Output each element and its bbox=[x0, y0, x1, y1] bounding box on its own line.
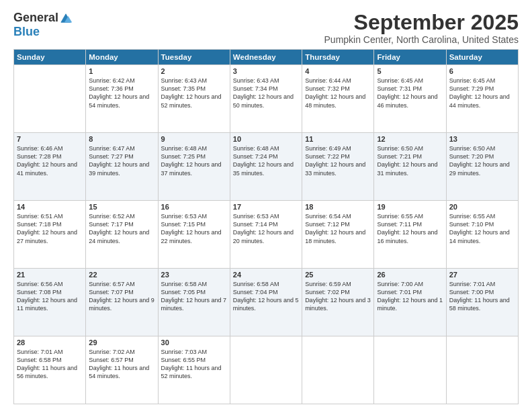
day-number: 10 bbox=[233, 135, 299, 143]
day-number: 16 bbox=[161, 203, 227, 211]
location: Pumpkin Center, North Carolina, United S… bbox=[324, 34, 519, 45]
day-number: 24 bbox=[233, 271, 299, 279]
cell-details: Sunrise: 6:55 AMSunset: 7:10 PMDaylight:… bbox=[449, 212, 515, 245]
day-header-wednesday: Wednesday bbox=[230, 50, 302, 65]
calendar-cell: 19Sunrise: 6:55 AMSunset: 7:11 PMDayligh… bbox=[374, 201, 446, 269]
logo: General Blue bbox=[13, 11, 72, 39]
day-number: 15 bbox=[89, 203, 154, 211]
calendar-week-2: 7Sunrise: 6:46 AMSunset: 7:28 PMDaylight… bbox=[14, 133, 519, 201]
cell-details: Sunrise: 6:48 AMSunset: 7:25 PMDaylight:… bbox=[161, 144, 227, 177]
day-number: 17 bbox=[233, 203, 299, 211]
calendar-cell bbox=[230, 336, 302, 404]
calendar-cell: 14Sunrise: 6:51 AMSunset: 7:18 PMDayligh… bbox=[14, 201, 86, 269]
cell-details: Sunrise: 7:00 AMSunset: 7:01 PMDaylight:… bbox=[377, 280, 443, 313]
calendar-cell: 21Sunrise: 6:56 AMSunset: 7:08 PMDayligh… bbox=[14, 269, 86, 336]
cell-details: Sunrise: 6:56 AMSunset: 7:08 PMDaylight:… bbox=[17, 280, 83, 313]
calendar-week-3: 14Sunrise: 6:51 AMSunset: 7:18 PMDayligh… bbox=[14, 201, 519, 269]
cell-details: Sunrise: 6:57 AMSunset: 7:07 PMDaylight:… bbox=[89, 280, 154, 313]
calendar-cell: 25Sunrise: 6:59 AMSunset: 7:02 PMDayligh… bbox=[302, 269, 374, 336]
day-number: 13 bbox=[449, 135, 515, 143]
cell-details: Sunrise: 6:53 AMSunset: 7:15 PMDaylight:… bbox=[161, 212, 227, 245]
calendar-cell: 6Sunrise: 6:45 AMSunset: 7:29 PMDaylight… bbox=[446, 65, 518, 133]
logo-general-text: General bbox=[13, 11, 58, 25]
calendar-cell: 26Sunrise: 7:00 AMSunset: 7:01 PMDayligh… bbox=[374, 269, 446, 336]
day-number: 8 bbox=[89, 135, 154, 143]
calendar-cell: 13Sunrise: 6:50 AMSunset: 7:20 PMDayligh… bbox=[446, 133, 518, 201]
cell-details: Sunrise: 7:01 AMSunset: 7:00 PMDaylight:… bbox=[449, 280, 515, 313]
day-number: 2 bbox=[161, 67, 227, 75]
cell-details: Sunrise: 6:49 AMSunset: 7:22 PMDaylight:… bbox=[305, 144, 371, 177]
day-number: 29 bbox=[89, 338, 154, 347]
cell-details: Sunrise: 6:46 AMSunset: 7:28 PMDaylight:… bbox=[17, 144, 83, 177]
calendar-cell: 24Sunrise: 6:58 AMSunset: 7:04 PMDayligh… bbox=[230, 269, 302, 336]
header: General Blue September 2025 Pumpkin Cent… bbox=[13, 11, 519, 45]
day-number: 9 bbox=[161, 135, 227, 143]
cell-details: Sunrise: 6:52 AMSunset: 7:17 PMDaylight:… bbox=[89, 212, 154, 245]
calendar-cell: 7Sunrise: 6:46 AMSunset: 7:28 PMDaylight… bbox=[14, 133, 86, 201]
day-number: 12 bbox=[377, 135, 443, 143]
cell-details: Sunrise: 6:45 AMSunset: 7:29 PMDaylight:… bbox=[449, 77, 515, 109]
page: General Blue September 2025 Pumpkin Cent… bbox=[0, 0, 532, 411]
day-number: 21 bbox=[17, 271, 83, 279]
calendar-cell: 4Sunrise: 6:44 AMSunset: 7:32 PMDaylight… bbox=[302, 65, 374, 133]
calendar-cell: 27Sunrise: 7:01 AMSunset: 7:00 PMDayligh… bbox=[446, 269, 518, 336]
cell-details: Sunrise: 6:43 AMSunset: 7:35 PMDaylight:… bbox=[161, 77, 227, 109]
logo-blue-text: Blue bbox=[13, 25, 40, 39]
calendar-cell: 12Sunrise: 6:50 AMSunset: 7:21 PMDayligh… bbox=[374, 133, 446, 201]
calendar-cell bbox=[14, 65, 86, 133]
day-number: 25 bbox=[305, 271, 371, 279]
day-header-saturday: Saturday bbox=[446, 50, 518, 65]
cell-details: Sunrise: 6:42 AMSunset: 7:36 PMDaylight:… bbox=[89, 77, 154, 109]
day-number: 30 bbox=[161, 338, 227, 347]
cell-details: Sunrise: 6:48 AMSunset: 7:24 PMDaylight:… bbox=[233, 144, 299, 177]
day-number: 5 bbox=[377, 67, 443, 75]
cell-details: Sunrise: 6:51 AMSunset: 7:18 PMDaylight:… bbox=[17, 212, 83, 245]
day-number: 6 bbox=[449, 67, 515, 75]
logo-icon bbox=[60, 13, 72, 24]
cell-details: Sunrise: 6:55 AMSunset: 7:11 PMDaylight:… bbox=[377, 212, 443, 245]
calendar-cell: 10Sunrise: 6:48 AMSunset: 7:24 PMDayligh… bbox=[230, 133, 302, 201]
cell-details: Sunrise: 6:50 AMSunset: 7:21 PMDaylight:… bbox=[377, 144, 443, 177]
cell-details: Sunrise: 6:53 AMSunset: 7:14 PMDaylight:… bbox=[233, 212, 299, 245]
day-number: 27 bbox=[449, 271, 515, 279]
cell-details: Sunrise: 7:01 AMSunset: 6:58 PMDaylight:… bbox=[17, 348, 83, 381]
day-header-monday: Monday bbox=[86, 50, 158, 65]
day-header-tuesday: Tuesday bbox=[158, 50, 230, 65]
cell-details: Sunrise: 7:03 AMSunset: 6:55 PMDaylight:… bbox=[161, 348, 227, 381]
cell-details: Sunrise: 6:43 AMSunset: 7:34 PMDaylight:… bbox=[233, 77, 299, 109]
calendar-cell: 3Sunrise: 6:43 AMSunset: 7:34 PMDaylight… bbox=[230, 65, 302, 133]
day-number: 18 bbox=[305, 203, 371, 211]
calendar-cell bbox=[302, 336, 374, 404]
calendar-cell: 29Sunrise: 7:02 AMSunset: 6:57 PMDayligh… bbox=[86, 336, 158, 404]
day-number: 23 bbox=[161, 271, 227, 279]
calendar-week-1: 1Sunrise: 6:42 AMSunset: 7:36 PMDaylight… bbox=[14, 65, 519, 133]
day-number: 20 bbox=[449, 203, 515, 211]
calendar-cell: 23Sunrise: 6:58 AMSunset: 7:05 PMDayligh… bbox=[158, 269, 230, 336]
calendar-cell: 5Sunrise: 6:45 AMSunset: 7:31 PMDaylight… bbox=[374, 65, 446, 133]
calendar-cell: 11Sunrise: 6:49 AMSunset: 7:22 PMDayligh… bbox=[302, 133, 374, 201]
calendar-header-row: SundayMondayTuesdayWednesdayThursdayFrid… bbox=[14, 50, 519, 65]
calendar-cell: 17Sunrise: 6:53 AMSunset: 7:14 PMDayligh… bbox=[230, 201, 302, 269]
cell-details: Sunrise: 6:44 AMSunset: 7:32 PMDaylight:… bbox=[305, 77, 371, 109]
day-number: 19 bbox=[377, 203, 443, 211]
calendar-cell bbox=[446, 336, 518, 404]
cell-details: Sunrise: 6:47 AMSunset: 7:27 PMDaylight:… bbox=[89, 144, 154, 177]
day-number: 22 bbox=[89, 271, 154, 279]
cell-details: Sunrise: 6:58 AMSunset: 7:05 PMDaylight:… bbox=[161, 280, 227, 313]
calendar-cell: 20Sunrise: 6:55 AMSunset: 7:10 PMDayligh… bbox=[446, 201, 518, 269]
day-header-thursday: Thursday bbox=[302, 50, 374, 65]
cell-details: Sunrise: 6:54 AMSunset: 7:12 PMDaylight:… bbox=[305, 212, 371, 245]
cell-details: Sunrise: 6:50 AMSunset: 7:20 PMDaylight:… bbox=[449, 144, 515, 177]
day-header-friday: Friday bbox=[374, 50, 446, 65]
month-title: September 2025 bbox=[324, 11, 519, 34]
day-number: 11 bbox=[305, 135, 371, 143]
calendar-cell: 1Sunrise: 6:42 AMSunset: 7:36 PMDaylight… bbox=[86, 65, 158, 133]
title-section: September 2025 Pumpkin Center, North Car… bbox=[324, 11, 519, 45]
calendar-week-5: 28Sunrise: 7:01 AMSunset: 6:58 PMDayligh… bbox=[14, 336, 519, 404]
cell-details: Sunrise: 6:59 AMSunset: 7:02 PMDaylight:… bbox=[305, 280, 371, 313]
calendar-week-4: 21Sunrise: 6:56 AMSunset: 7:08 PMDayligh… bbox=[14, 269, 519, 336]
calendar-cell: 9Sunrise: 6:48 AMSunset: 7:25 PMDaylight… bbox=[158, 133, 230, 201]
cell-details: Sunrise: 6:58 AMSunset: 7:04 PMDaylight:… bbox=[233, 280, 299, 313]
calendar-cell: 2Sunrise: 6:43 AMSunset: 7:35 PMDaylight… bbox=[158, 65, 230, 133]
day-number: 26 bbox=[377, 271, 443, 279]
